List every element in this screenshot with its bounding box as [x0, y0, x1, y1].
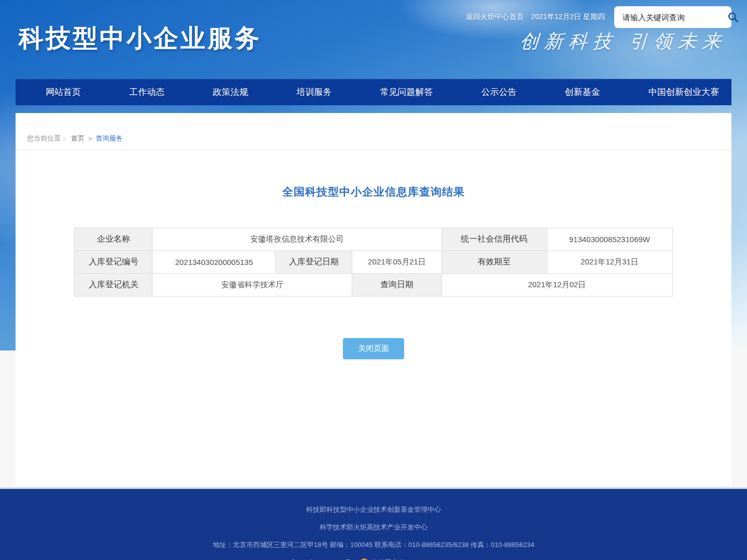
search-input[interactable] [621, 12, 727, 22]
nav-item-innovation-fund[interactable]: 创新基金 [559, 86, 606, 98]
registration-number-value: 202134030200005135 [153, 251, 275, 274]
nav-item-faq[interactable]: 常见问题解答 [374, 86, 439, 98]
credit-code-value: 91340300085231069W [547, 228, 672, 251]
breadcrumb-separator: > [88, 135, 92, 143]
table-row-company: 企业名称 安徽塔孜信息技术有限公司 统一社会信用代码 9134030008523… [75, 228, 672, 251]
nav-item-home[interactable]: 网站首页 [39, 86, 87, 98]
back-to-torch-center-link[interactable]: 返回火炬中心首页 [466, 12, 524, 22]
company-name-value: 安徽塔孜信息技术有限公司 [153, 228, 441, 251]
nav-item-work-news[interactable]: 工作动态 [123, 86, 171, 98]
registration-authority-value: 安徽省科学技术厅 [153, 274, 352, 297]
top-bar: 返回火炬中心首页 2021年12月2日 星期四 [466, 6, 731, 28]
footer-org-line-1: 科技部科技型中小企业技术创新基金管理中心 [0, 505, 747, 514]
site-logo[interactable]: 科技型中小企业服务 [19, 22, 261, 55]
slogan-text: 创新科技 引领未来 [519, 29, 727, 54]
credit-code-label: 统一社会信用代码 [441, 228, 547, 251]
registration-number-label: 入库登记编号 [75, 251, 153, 274]
breadcrumb-prefix: 您当前位置： [27, 134, 67, 143]
footer-contact-line: 地址：北京市西城区三里河二区甲18号 邮编：100045 联系电话：010-88… [0, 540, 747, 550]
table-row-authority: 入库登记机关 安徽省科学技术厅 查询日期 2021年12月02日 [75, 274, 672, 297]
search-box [614, 6, 731, 28]
query-result-table: 企业名称 安徽塔孜信息技术有限公司 统一社会信用代码 9134030008523… [74, 228, 672, 297]
top-links: 返回火炬中心首页 2021年12月2日 星期四 [466, 12, 605, 22]
company-name-label: 企业名称 [75, 228, 153, 251]
footer-legal-line: 京ICP备13019302号-1 京公网安备11010202007048 [0, 558, 747, 560]
magnifier-icon[interactable] [727, 9, 739, 25]
icp-license-link[interactable]: 京ICP备13019302号-1 [290, 558, 357, 560]
query-date-label: 查询日期 [352, 274, 441, 297]
table-row-registration: 入库登记编号 202134030200005135 入库登记日期 2021年05… [75, 251, 672, 274]
main-navigation: 网站首页 工作动态 政策法规 培训服务 常见问题解答 公示公告 创新基金 中国创… [16, 79, 731, 105]
valid-until-label: 有效期至 [441, 251, 547, 274]
page: 科技型中小企业服务 返回火炬中心首页 2021年12月2日 星期四 [0, 0, 747, 560]
page-title: 全国科技型中小企业信息库查询结果 [16, 185, 731, 199]
breadcrumb-home-link[interactable]: 首页 [71, 134, 85, 143]
footer-org-line-2: 科学技术部火炬高技术产业开发中心 [0, 523, 747, 532]
valid-until-value: 2021年12月31日 [547, 251, 672, 274]
registration-date-label: 入库登记日期 [275, 251, 352, 274]
registration-authority-label: 入库登记机关 [75, 274, 153, 297]
current-date: 2021年12月2日 星期四 [531, 12, 605, 22]
breadcrumb: 您当前位置： 首页 > 查询服务 [16, 113, 731, 150]
content-panel: 您当前位置： 首页 > 查询服务 全国科技型中小企业信息库查询结果 企业名称 安… [16, 113, 731, 486]
police-badge-icon [359, 558, 369, 560]
site-footer: 科技部科技型中小企业技术创新基金管理中心 科学技术部火炬高技术产业开发中心 地址… [0, 487, 747, 560]
registration-date-value: 2021年05月21日 [352, 251, 441, 274]
close-page-button[interactable]: 关闭页面 [343, 338, 404, 359]
nav-item-training[interactable]: 培训服务 [290, 86, 338, 98]
site-header: 科技型中小企业服务 返回火炬中心首页 2021年12月2日 星期四 [16, 0, 731, 79]
nav-item-announcements[interactable]: 公示公告 [475, 86, 523, 98]
breadcrumb-current-link[interactable]: 查询服务 [96, 134, 123, 143]
query-date-value: 2021年12月02日 [441, 274, 672, 297]
public-security-record-link[interactable]: 京公网安备11010202007048 [371, 558, 457, 560]
nav-item-competition[interactable]: 中国创新创业大赛 [642, 86, 725, 98]
nav-item-policies[interactable]: 政策法规 [206, 86, 254, 98]
